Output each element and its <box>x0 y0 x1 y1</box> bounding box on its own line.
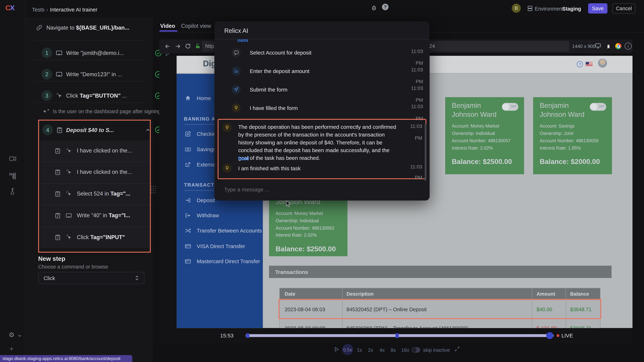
bank-help-icon[interactable]: ? <box>576 61 583 67</box>
step-2[interactable]: 2 Write "Demo123!" in ... <box>42 69 122 79</box>
substep-5[interactable]: Click Tag="INPUT" <box>54 234 125 240</box>
account-rate: Interest Rate: 2.02% <box>452 146 493 150</box>
substep-2[interactable]: I have clicked on the... <box>54 169 132 175</box>
speed-2x[interactable]: 2x <box>368 347 373 353</box>
account-balance: Balance: $2500.00 <box>276 245 336 253</box>
status-url: stage.dbank.staging-apps.relicx.ai:8080/… <box>0 355 132 362</box>
video-camera-icon[interactable] <box>9 155 16 162</box>
table-row[interactable]: 2023-08-03 00:08 845320368 (TRN) – Trans… <box>280 319 600 328</box>
page-title: Interactive AI trainer <box>50 7 98 13</box>
step-3[interactable]: 3 Click Tag="BUTTON" ... <box>42 90 127 101</box>
text-input-icon: Ia <box>232 66 240 75</box>
speed-8x[interactable]: 8x <box>391 347 396 353</box>
bank-nav-external[interactable]: External <box>185 162 216 168</box>
substep-3[interactable]: Select 524 in Tag="... <box>54 191 130 197</box>
card-toggle-label: OFF <box>599 105 605 108</box>
add-icon[interactable]: + <box>10 345 14 353</box>
forward-icon[interactable] <box>174 43 181 50</box>
bank-nav-home-label: Home <box>197 95 211 101</box>
avatar[interactable]: B <box>512 4 521 13</box>
chat-message: I am finished with this task <box>238 165 300 171</box>
bank-nav-withdraw[interactable]: Withdraw <box>185 212 219 218</box>
play-icon[interactable] <box>334 346 339 352</box>
account-type: Account: Savings <box>540 123 574 128</box>
timeline-track[interactable] <box>246 334 554 337</box>
chat-input[interactable]: Type a message ... <box>224 186 269 193</box>
timeline-playhead[interactable] <box>546 332 553 339</box>
step-2-label: Write "Demo123!" in ... <box>66 71 122 77</box>
environment-value[interactable]: Staging <box>562 6 581 12</box>
speed-1x[interactable]: 1x <box>357 347 362 353</box>
tab-video[interactable]: Video <box>160 23 175 29</box>
substep-4-target: Tag="I... <box>109 212 130 218</box>
txn-balance: $3648.71 <box>566 300 600 319</box>
table-row[interactable]: 2023-08-04 06:03 845320452 (DPT) – Onlin… <box>280 300 600 319</box>
timeline-marker[interactable] <box>246 333 249 338</box>
monitor-icon[interactable] <box>595 43 602 49</box>
save-button[interactable]: Save <box>588 3 607 13</box>
bank-nav-transfer[interactable]: Transfer Between Accounts <box>185 228 262 234</box>
card-toggle[interactable]: OFF <box>590 103 606 111</box>
substep-4[interactable]: Write "40" in Tag="I... <box>54 212 130 218</box>
account-ownership: Ownership: Joint <box>540 131 573 136</box>
gear-icon[interactable]: ⚙ <box>8 331 14 339</box>
card-toggle[interactable]: OFF <box>502 103 518 111</box>
mouse-cursor <box>285 200 292 207</box>
bank-avatar[interactable] <box>598 59 607 68</box>
chat-scrollbar[interactable] <box>424 123 426 181</box>
chat-message: Select Account for deposit <box>250 50 312 56</box>
substep-1[interactable]: I have clicked on the... <box>54 148 132 154</box>
step-navigate[interactable]: Navigate to ${BASE_URL}/ban... <box>36 24 129 31</box>
html-link[interactable]: html <box>237 39 248 43</box>
step-4-header[interactable]: 4 Deposit $40 to S... <box>42 125 114 135</box>
lightbulb-icon <box>223 123 232 132</box>
command-select-value: Click <box>44 275 55 281</box>
bug-icon[interactable] <box>371 5 377 11</box>
assertion-row[interactable]: ✦✦ Is the user on the dashboard page aft… <box>43 108 166 114</box>
html-link[interactable]: html <box>238 156 249 162</box>
help-icon[interactable]: ? <box>382 4 389 10</box>
bank-nav-visa[interactable]: VISA Direct Transfer <box>185 243 245 249</box>
bank-nav-deposit-label: Deposit <box>197 197 215 203</box>
tab-copilot-view[interactable]: Copilot view <box>181 23 211 29</box>
left-rail: CX ⚙ + <box>0 0 26 362</box>
us-flag-icon[interactable] <box>586 62 592 66</box>
timeline-marker[interactable] <box>396 333 399 338</box>
txn-date: 2023-08-04 06:03 <box>280 307 342 312</box>
bank-nav-mastercard[interactable]: Mastercard Direct Transfer <box>185 258 260 264</box>
speed-16x[interactable]: 16x <box>401 347 409 353</box>
bank-nav-home[interactable]: Home <box>185 95 211 101</box>
fullscreen-icon[interactable] <box>454 346 460 352</box>
back-icon[interactable] <box>164 43 171 50</box>
environment-icon <box>527 5 533 11</box>
keyboard-icon <box>56 50 62 56</box>
bank-nav-savings[interactable]: Savings <box>185 146 216 153</box>
speed-4x[interactable]: 4x <box>380 347 385 353</box>
collapse-icon[interactable] <box>145 127 151 133</box>
breadcrumb-tests[interactable]: Tests <box>32 7 44 13</box>
info-icon[interactable]: i <box>625 43 632 50</box>
command-select[interactable]: Click <box>38 272 145 284</box>
chevron-down-icon[interactable] <box>17 333 22 338</box>
skip-inactive-toggle[interactable] <box>412 347 420 353</box>
flow-tree-icon[interactable] <box>9 172 16 180</box>
txn-date: 2023-08-03 00:08 <box>280 325 342 328</box>
panel-resize-handle[interactable] <box>150 185 156 194</box>
flask-icon[interactable] <box>9 188 16 195</box>
step-1[interactable]: 1 Write "jsmith@demo.i... <box>42 47 124 58</box>
col-date: Date <box>280 291 342 297</box>
clipboard-icon <box>54 148 61 154</box>
reload-icon[interactable] <box>185 43 191 49</box>
account-number: Account Number: 486130062 <box>276 225 334 230</box>
credit-card-icon <box>185 243 191 249</box>
chat-messages[interactable]: html Select Account for deposit 11:03 PM… <box>214 39 430 183</box>
speed-0.5x[interactable]: 0.5x <box>342 344 353 355</box>
bank-nav-checking[interactable]: Checking <box>185 131 219 137</box>
chat-message-time: 11:03 <box>402 164 422 170</box>
app-logo[interactable]: CX <box>6 4 15 12</box>
link-icon <box>36 24 42 31</box>
step-4-number: 4 <box>42 125 53 135</box>
chat-message-time: 11:03 <box>402 85 423 91</box>
cancel-button[interactable]: Cancel <box>612 3 636 13</box>
bank-nav-deposit[interactable]: Deposit <box>185 197 215 203</box>
